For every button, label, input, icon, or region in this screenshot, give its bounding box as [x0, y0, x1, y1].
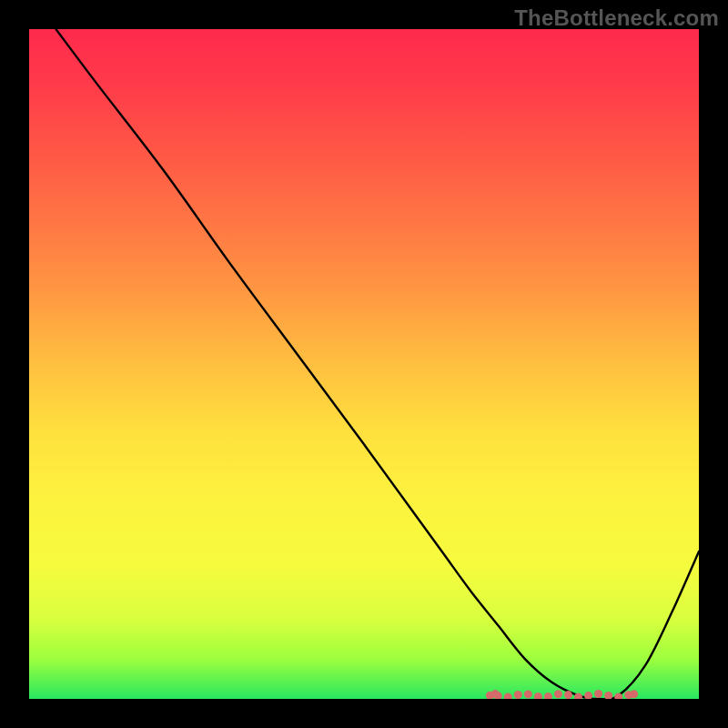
- svg-point-9: [564, 691, 572, 699]
- flat-segment-dots: [486, 690, 638, 699]
- svg-point-4: [514, 691, 522, 699]
- chart-frame: TheBottleneck.com: [0, 0, 728, 728]
- svg-point-3: [504, 693, 512, 699]
- svg-point-13: [604, 692, 612, 699]
- svg-point-6: [534, 693, 542, 699]
- bottleneck-curve: [56, 29, 699, 699]
- svg-point-11: [584, 692, 592, 699]
- svg-point-12: [594, 690, 602, 698]
- plot-area: [29, 29, 699, 699]
- svg-point-5: [524, 690, 532, 698]
- curve-overlay: [29, 29, 699, 699]
- watermark-label: TheBottleneck.com: [514, 5, 719, 31]
- svg-point-8: [554, 690, 562, 698]
- svg-point-7: [544, 693, 552, 699]
- svg-point-16: [630, 690, 638, 698]
